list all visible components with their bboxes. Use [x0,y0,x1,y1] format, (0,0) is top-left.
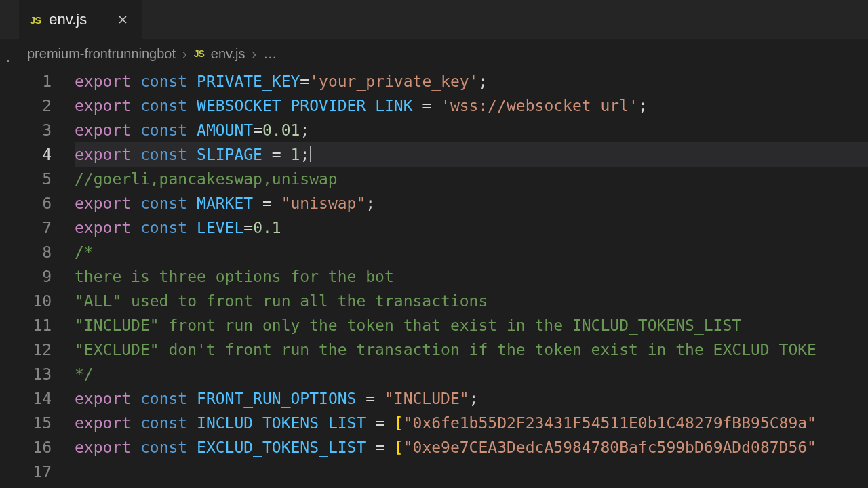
token-cm: //goerli,pancakeswap,uniswap [75,170,338,188]
token-op: = [243,219,253,237]
js-file-icon: JS [30,14,41,26]
code-line[interactable]: export const MARKET = "uniswap"; [75,191,868,216]
line-number: 3 [0,118,52,142]
token-num: 0.01 [262,121,300,139]
token-op: ; [478,73,488,90]
token-kw-export: export [75,219,140,237]
code-line[interactable]: there is three options for the bot [75,264,868,289]
code-line[interactable]: export const PRIVATE_KEY='your_private_k… [75,69,868,94]
code-line[interactable]: export const WEBSOCKET_PROVIDER_LINK = '… [75,94,868,118]
line-number: 9 [0,264,52,289]
token-cm: /* [75,243,94,261]
code-line[interactable]: "ALL" used to front run all the transact… [75,289,868,313]
activity-indicator-dot: · [4,52,7,55]
code-line[interactable]: export const AMOUNT=0.01; [75,118,868,142]
token-kw-const: const [140,97,197,115]
line-number: 4 [0,142,52,167]
code-line[interactable]: export const INCLUD_TOKENS_LIST = ["0x6f… [75,411,868,435]
line-number: 14 [0,386,52,411]
line-number: 17 [0,460,52,484]
chevron-right-icon: › [182,46,187,62]
token-kw-const: const [140,414,197,432]
token-ident: PRIVATE_KEY [197,73,300,90]
line-number: 12 [0,338,52,362]
breadcrumb-more[interactable] [263,46,277,62]
code-line[interactable]: export const FRONT_RUN_OPTIONS = "INCLUD… [75,386,868,411]
token-kw-export: export [75,97,140,115]
token-kw-const: const [140,219,197,237]
line-number: 2 [0,94,52,118]
token-op: = [366,414,394,432]
line-number: 6 [0,191,52,216]
token-kw-export: export [75,414,140,432]
token-ident: INCLUD_TOKENS_LIST [197,414,366,432]
code-line[interactable]: "EXCLUDE" don't front run the transactio… [75,338,868,362]
token-kw-const: const [140,195,197,212]
token-kw-export: export [75,121,140,139]
token-ident: MARKET [197,195,253,212]
token-ident: WEBSOCKET_PROVIDER_LINK [197,97,413,115]
token-op: ; [366,195,375,212]
token-str: 'wss://websocket_url' [441,97,638,115]
code-line[interactable] [75,460,868,484]
token-cm: "ALL" used to front run all the transact… [75,292,488,310]
token-op: = [356,390,384,407]
token-cm: "INCLUDE" front run only the token that … [75,317,741,334]
token-str: "0xe9e7CEA3DedcA5984780Bafc599bD69ADd087… [403,439,816,456]
token-kw-export: export [75,73,140,90]
breadcrumb-file[interactable]: env.js [211,46,245,62]
token-str: 'your_private_key' [309,73,478,90]
line-number-gutter: 1234567891011121314151617 [0,69,75,484]
line-number: 16 [0,435,52,460]
code-line[interactable]: */ [75,362,868,386]
line-number: 8 [0,240,52,264]
token-op: = [253,195,281,212]
code-line[interactable]: export const EXCLUD_TOKENS_LIST = ["0xe9… [75,435,868,460]
token-ident: SLIPAGE [197,146,262,163]
token-op: ; [638,97,648,115]
breadcrumb-folder[interactable]: premium-frontrunningbot [27,46,176,62]
token-str: "INCLUDE" [384,390,469,407]
line-number: 11 [0,313,52,338]
line-number: 13 [0,362,52,386]
js-file-icon: JS [194,48,204,59]
chevron-right-icon: › [252,46,257,62]
token-str: "uniswap" [281,195,366,212]
token-brk-y: [ [394,439,403,456]
breadcrumb[interactable]: premium-frontrunningbot › JS env.js › [0,39,868,68]
token-cm: "EXCLUDE" don't front run the transactio… [75,341,816,359]
token-op: = [366,439,394,456]
code-area[interactable]: export const PRIVATE_KEY='your_private_k… [75,69,868,484]
token-kw-const: const [140,390,197,407]
token-kw-const: const [140,121,197,139]
code-line[interactable]: export const LEVEL=0.1 [75,216,868,240]
line-number: 5 [0,167,52,191]
token-kw-export: export [75,146,140,163]
token-cm: there is three options for the bot [75,268,394,285]
text-cursor [310,146,311,162]
token-cm: */ [75,365,94,383]
code-editor[interactable]: 1234567891011121314151617 export const P… [0,68,868,484]
token-op: = [300,73,309,90]
token-op: = [413,97,441,115]
code-line[interactable]: "INCLUDE" front run only the token that … [75,313,868,338]
token-num: 0.1 [253,219,281,237]
line-number: 7 [0,216,52,240]
tab-env-js[interactable]: JS env.js [19,0,142,39]
tab-filename: env.js [49,11,87,28]
token-op: ; [300,146,309,163]
token-kw-const: const [140,73,197,90]
line-number: 15 [0,411,52,435]
token-ident: EXCLUD_TOKENS_LIST [197,439,366,456]
token-kw-export: export [75,195,140,212]
code-line[interactable]: /* [75,240,868,264]
token-op: ; [300,121,309,139]
token-str: "0x6fe1b55D2F23431F54511E0b1C48279fBB95C… [403,414,816,432]
close-icon[interactable] [117,14,129,26]
code-line[interactable]: export const SLIPAGE = 1; [75,142,868,167]
tab-bar: JS env.js [0,0,868,39]
token-ident: FRONT_RUN_OPTIONS [197,390,356,407]
token-op: ; [469,390,479,407]
code-line[interactable]: //goerli,pancakeswap,uniswap [75,167,868,191]
line-number: 1 [0,69,52,94]
